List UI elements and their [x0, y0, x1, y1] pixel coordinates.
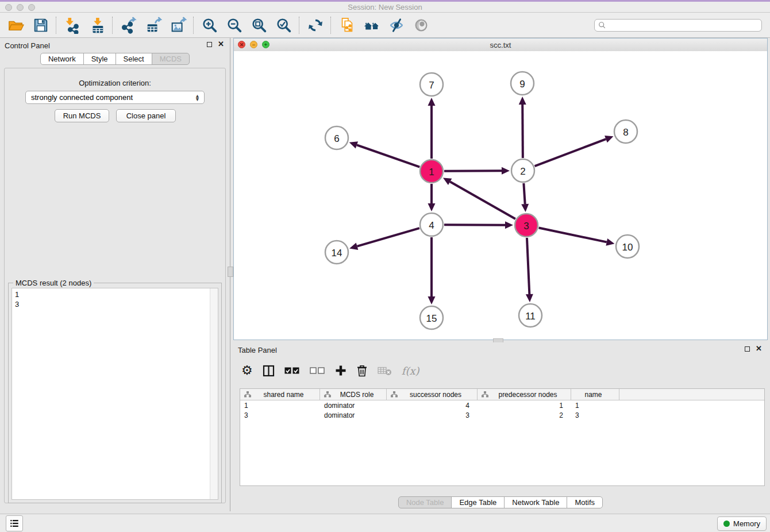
zoom-out-icon	[226, 17, 243, 34]
graph-edge-3-10[interactable]	[539, 228, 607, 242]
column-layout-icon[interactable]	[263, 365, 275, 377]
table-cell[interactable]: dominator	[320, 402, 387, 410]
table-cell[interactable]: 3	[571, 411, 619, 419]
network-canvas[interactable]: 7968124314101511	[234, 51, 767, 340]
sort-hierarchy-icon	[244, 391, 251, 398]
export-table-button[interactable]	[141, 14, 165, 36]
window-title: Session: New Session	[0, 3, 770, 11]
zoom-out-button[interactable]	[222, 14, 247, 36]
zoom-in-button[interactable]	[197, 14, 222, 36]
column-header-shared-name[interactable]: shared name	[240, 389, 320, 400]
hide-eye-button[interactable]	[384, 14, 409, 36]
unselect-all-icon[interactable]	[310, 367, 325, 375]
tab-style[interactable]: Style	[83, 53, 116, 65]
graph-node-label-11: 11	[525, 311, 536, 322]
mcds-result-area[interactable]: 1 3	[11, 288, 218, 500]
graph-edge-4-14[interactable]	[357, 228, 419, 246]
graph-edge-1-6[interactable]	[357, 145, 419, 167]
graph-edge-4-3[interactable]	[444, 225, 505, 225]
select-stepper-icon: ▲▼	[195, 94, 200, 101]
column-header-successor-nodes[interactable]: successor nodes	[387, 389, 478, 400]
save-session-button[interactable]	[28, 14, 53, 36]
task-list-icon	[9, 518, 20, 529]
table-row[interactable]: 3dominator323	[240, 410, 764, 420]
close-table-panel-icon[interactable]: ✕	[756, 346, 762, 352]
column-header-MCDS-role[interactable]: MCDS role	[320, 389, 387, 400]
close-panel-icon[interactable]: ✕	[218, 41, 224, 47]
tab-select[interactable]: Select	[116, 53, 152, 65]
toolbar-separator	[330, 17, 332, 34]
table-row[interactable]: 1dominator411	[240, 400, 764, 410]
refresh-button[interactable]	[303, 14, 328, 36]
tab-node-table[interactable]: Node Table	[398, 496, 452, 508]
export-network-button[interactable]	[116, 14, 141, 36]
float-panel-icon[interactable]	[207, 42, 212, 47]
table-cell[interactable]: 1	[478, 402, 571, 410]
table-cell[interactable]: dominator	[320, 411, 387, 419]
table-cell[interactable]: 1	[240, 402, 320, 410]
tab-network[interactable]: Network	[40, 53, 84, 65]
network-window-titlebar[interactable]: ✕ − + scc.txt	[234, 38, 767, 52]
open-session-button[interactable]	[3, 14, 28, 36]
task-history-button[interactable]	[6, 515, 23, 531]
graph-edge-3-11[interactable]	[527, 238, 529, 294]
table-panel-tabs: Node TableEdge TableNetwork TableMotifs	[233, 496, 768, 508]
save-session-icon	[32, 17, 49, 34]
toolbar-separator	[112, 17, 113, 34]
tab-network-table[interactable]: Network Table	[504, 496, 567, 508]
graph-node-label-14: 14	[332, 248, 342, 259]
table-cell[interactable]: 1	[571, 402, 619, 410]
vertical-splitter[interactable]	[230, 38, 233, 511]
add-column-icon[interactable]	[335, 365, 346, 376]
open-session-icon	[7, 17, 25, 34]
select-all-icon[interactable]	[284, 367, 300, 375]
show-all-networks-icon	[363, 17, 380, 34]
table-cell[interactable]: 4	[387, 402, 478, 410]
tab-motifs[interactable]: Motifs	[567, 496, 603, 508]
memory-button[interactable]: Memory	[717, 516, 767, 531]
import-table-button[interactable]	[84, 14, 109, 36]
export-image-button[interactable]	[165, 14, 190, 36]
graph-edge-3-1[interactable]	[450, 182, 515, 219]
table-panel: Table Panel ✕ ⚙ f(x) shared nameMCDS rol…	[233, 342, 768, 511]
delete-table-icon[interactable]	[378, 365, 392, 376]
tab-mcds[interactable]: MCDS	[152, 53, 190, 65]
graph-node-label-9: 9	[519, 79, 525, 90]
delete-column-icon[interactable]	[356, 364, 368, 377]
vertical-splitter-handle[interactable]	[228, 267, 233, 277]
table-cell[interactable]: 3	[387, 411, 478, 419]
import-network-button[interactable]	[60, 14, 84, 36]
show-all-networks-button[interactable]	[359, 14, 384, 36]
graph-edge-2-8[interactable]	[535, 139, 606, 166]
eye-button[interactable]	[409, 14, 433, 36]
mcds-result-text: 1 3	[12, 288, 218, 310]
graph-edge-2-9[interactable]	[522, 105, 523, 158]
close-panel-button[interactable]: Close panel	[116, 109, 176, 122]
column-header-predecessor-nodes[interactable]: predecessor nodes	[478, 389, 571, 400]
graph-edge-arrowhead	[605, 136, 613, 142]
table-cell[interactable]: 2	[478, 411, 571, 419]
result-scrollbar[interactable]	[210, 288, 218, 499]
criterion-select[interactable]: strongly connected component ▲▼	[25, 91, 205, 104]
node-table: shared nameMCDS rolesuccessor nodesprede…	[240, 388, 765, 486]
tab-edge-table[interactable]: Edge Table	[451, 496, 505, 508]
sort-hierarchy-icon	[391, 391, 398, 398]
column-header-name[interactable]: name	[571, 389, 619, 400]
copy-network-button[interactable]	[334, 14, 359, 36]
zoom-fit-button[interactable]	[247, 14, 271, 36]
import-table-icon	[88, 17, 106, 34]
settings-gear-icon[interactable]: ⚙	[241, 364, 253, 377]
zoom-selected-button[interactable]	[271, 14, 296, 36]
graph-edge-2-3[interactable]	[523, 183, 525, 204]
search-input[interactable]	[606, 21, 758, 30]
graph-edge-arrowhead	[428, 296, 436, 304]
float-table-panel-icon[interactable]	[745, 346, 750, 352]
eye-icon	[413, 17, 430, 34]
table-cell[interactable]: 3	[240, 411, 320, 419]
run-mcds-button[interactable]: Run MCDS	[55, 109, 109, 122]
optimization-criterion-label: Optimization criterion:	[5, 79, 225, 87]
graph-edge-arrowhead	[349, 141, 358, 148]
graph-edge-1-2[interactable]	[444, 171, 502, 171]
graph-node-label-8: 8	[623, 127, 628, 138]
function-builder-icon[interactable]: f(x)	[402, 365, 419, 377]
